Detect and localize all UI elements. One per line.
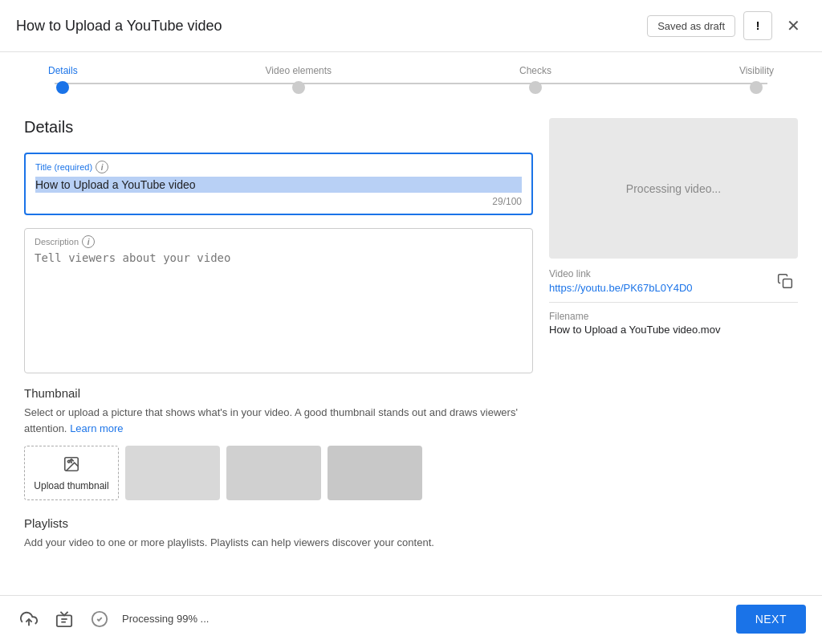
thumbnail-preview-2[interactable] [226,446,321,500]
step-checks[interactable]: Checks [519,65,551,94]
upload-status-icon [16,606,42,632]
close-icon: ✕ [787,16,800,35]
description-field-group: Description i [24,228,533,373]
step-details-dot [56,81,69,94]
next-button[interactable]: NEXT [736,605,806,634]
video-link-label: Video link [549,268,693,279]
playlists-description: Add your video to one or more playlists.… [24,535,533,551]
footer: Processing 99% ... NEXT [0,595,822,642]
playlists-section: Playlists Add your video to one or more … [24,516,533,551]
title-counter: 29/100 [35,196,522,207]
learn-more-link[interactable]: Learn more [70,422,123,434]
upload-thumbnail-label: Upload thumbnail [34,480,108,491]
right-panel: Processing video... Video link https://y… [549,118,798,579]
title-field-label: Title (required) i [35,161,522,173]
step-checks-label: Checks [519,65,551,76]
description-input[interactable] [35,251,523,364]
step-video-elements[interactable]: Video elements [266,65,332,94]
description-field-label: Description i [35,235,523,248]
section-title: Details [24,118,533,137]
title-field-group: Title (required) i 29/100 [24,153,533,215]
thumbnail-preview-1[interactable] [125,446,220,500]
step-video-elements-label: Video elements [266,65,332,76]
main-content: Details Title (required) i 29/100 Descri… [0,102,822,595]
svg-rect-7 [57,615,71,626]
thumbnail-options: Upload thumbnail [24,446,533,500]
thumbnail-title: Thumbnail [24,386,533,400]
svg-rect-5 [783,279,792,288]
stepper: Details Video elements Checks Visibility [0,52,822,102]
playlists-title: Playlists [24,516,533,530]
video-link-row: Video link https://youtu.be/PK67bL0Y4D0 [549,268,798,303]
step-details[interactable]: Details [48,65,78,94]
filename-label: Filename [549,311,798,322]
left-panel: Details Title (required) i 29/100 Descri… [24,118,533,579]
video-link[interactable]: https://youtu.be/PK67bL0Y4D0 [549,282,693,294]
close-button[interactable]: ✕ [780,13,806,39]
draft-badge: Saved as draft [647,15,735,37]
footer-left: Processing 99% ... [16,606,209,632]
upload-thumbnail-button[interactable]: Upload thumbnail [24,446,119,500]
thumbnail-section: Thumbnail Select or upload a picture tha… [24,386,533,500]
description-info-icon[interactable]: i [82,235,95,248]
step-visibility[interactable]: Visibility [739,65,774,94]
header: How to Upload a YouTube video Saved as d… [0,0,822,52]
processing-status: Processing 99% ... [122,613,209,625]
step-checks-dot [529,81,542,94]
video-link-container: Video link https://youtu.be/PK67bL0Y4D0 [549,268,693,294]
thumbnail-preview-3[interactable] [328,446,422,500]
step-visibility-dot [750,81,763,94]
alert-button[interactable]: ! [743,11,772,40]
step-video-elements-dot [292,81,305,94]
captions-icon [51,606,77,632]
filename-container: Filename How to Upload a YouTube video.m… [549,311,798,336]
header-actions: Saved as draft ! ✕ [647,11,806,40]
thumbnail-description: Select or upload a picture that shows wh… [24,405,533,436]
page-title: How to Upload a YouTube video [16,18,222,35]
copy-link-button[interactable] [772,268,798,294]
title-info-icon[interactable]: i [96,161,108,173]
step-details-label: Details [48,65,78,76]
processing-check-icon [87,606,112,632]
alert-icon: ! [756,19,760,32]
upload-thumbnail-icon [63,455,80,477]
title-input[interactable] [35,177,522,193]
step-visibility-label: Visibility [739,65,774,76]
video-preview: Processing video... [549,118,798,259]
filename-value: How to Upload a YouTube video.mov [549,324,798,336]
